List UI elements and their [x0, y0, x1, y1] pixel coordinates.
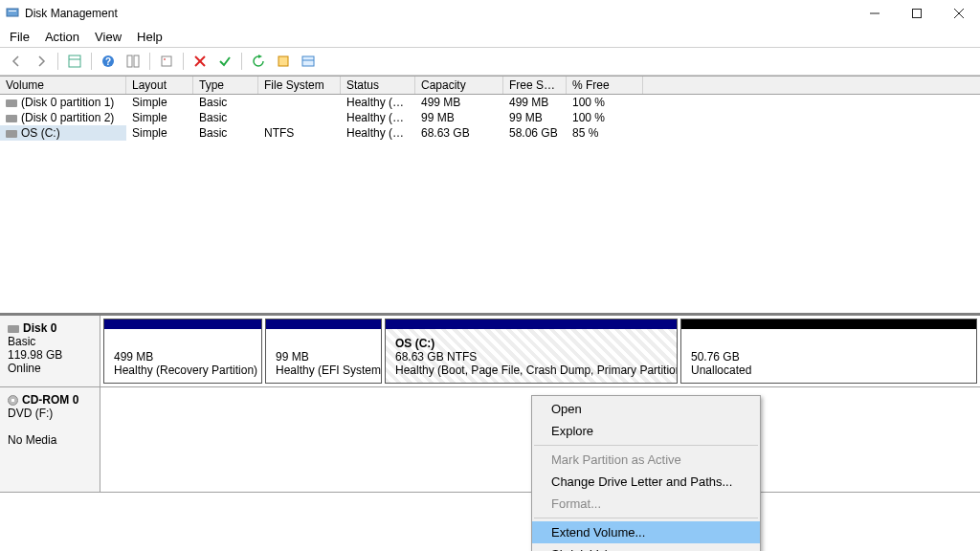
menu-action[interactable]: Action	[45, 30, 79, 44]
refresh-icon[interactable]	[248, 51, 269, 72]
back-icon[interactable]	[6, 51, 27, 72]
forward-icon[interactable]	[31, 51, 52, 72]
partition-recovery[interactable]: 499 MBHealthy (Recovery Partition)	[103, 319, 262, 384]
ctx-format: Format...	[532, 493, 760, 515]
svg-rect-12	[162, 56, 171, 66]
partition-unallocated[interactable]: 50.76 GBUnallocated	[680, 319, 977, 384]
help-icon[interactable]: ?	[98, 51, 119, 72]
volume-row[interactable]: OS (C:) Simple Basic NTFS Healthy (B... …	[0, 125, 980, 141]
toolbar: ?	[0, 48, 980, 76]
disk-label[interactable]: CD-ROM 0 DVD (F:) No Media	[0, 387, 100, 492]
context-menu: Open Explore Mark Partition as Active Ch…	[531, 395, 761, 551]
drive-icon	[6, 115, 17, 122]
svg-text:?: ?	[105, 56, 111, 67]
col-capacity[interactable]: Capacity	[415, 77, 503, 94]
drive-icon	[6, 130, 17, 138]
partition-efi[interactable]: 99 MBHealthy (EFI System P	[265, 319, 382, 384]
title-bar: Disk Management	[0, 0, 980, 27]
volume-row[interactable]: (Disk 0 partition 2) Simple Basic Health…	[0, 110, 980, 125]
partition-os[interactable]: OS (C:)68.63 GB NTFSHealthy (Boot, Page …	[385, 319, 678, 384]
svg-rect-3	[913, 10, 922, 18]
disk-graphical-view: Disk 0 Basic 119.98 GB Online 499 MBHeal…	[0, 313, 980, 493]
properties-icon[interactable]	[156, 51, 177, 72]
ctx-open[interactable]: Open	[532, 398, 760, 420]
drive-icon	[6, 99, 17, 107]
svg-rect-11	[134, 55, 139, 67]
col-volume[interactable]: Volume	[0, 77, 126, 94]
disk-row: CD-ROM 0 DVD (F:) No Media	[0, 387, 980, 493]
svg-rect-10	[127, 55, 132, 67]
disk-label[interactable]: Disk 0 Basic 119.98 GB Online	[0, 316, 100, 386]
partition-bar	[681, 320, 976, 329]
partition-bar	[104, 320, 261, 329]
toolbar-separator	[57, 53, 58, 70]
window-title: Disk Management	[25, 7, 118, 20]
show-hide-icon[interactable]	[64, 51, 85, 72]
layout-icon[interactable]	[122, 51, 144, 72]
maximize-button[interactable]	[896, 0, 938, 27]
ctx-separator	[534, 445, 758, 446]
toolbar-separator	[149, 53, 150, 70]
menu-help[interactable]: Help	[137, 30, 163, 44]
svg-rect-1	[9, 11, 16, 11]
ctx-shrink-volume[interactable]: Shrink Volume...	[532, 543, 760, 551]
svg-rect-0	[7, 9, 18, 16]
volume-list-header: Volume Layout Type File System Status Ca…	[0, 76, 980, 95]
col-percent[interactable]: % Free	[567, 77, 643, 94]
app-icon	[6, 6, 19, 22]
toolbar-separator	[183, 53, 184, 70]
cd-icon	[8, 395, 18, 406]
col-status[interactable]: Status	[341, 77, 415, 94]
ctx-mark-active: Mark Partition as Active	[532, 449, 760, 471]
disk-row: Disk 0 Basic 119.98 GB Online 499 MBHeal…	[0, 316, 980, 387]
minimize-button[interactable]	[854, 0, 896, 27]
action-icon[interactable]	[273, 51, 294, 72]
toolbar-separator	[91, 53, 92, 70]
list-icon[interactable]	[298, 51, 319, 72]
col-layout[interactable]: Layout	[126, 77, 193, 94]
menu-view[interactable]: View	[95, 30, 122, 44]
svg-rect-16	[278, 56, 288, 66]
volume-list: (Disk 0 partition 1) Simple Basic Health…	[0, 95, 980, 313]
ctx-change-letter[interactable]: Change Drive Letter and Paths...	[532, 471, 760, 493]
svg-rect-6	[69, 55, 80, 67]
col-type[interactable]: Type	[193, 77, 258, 94]
delete-icon[interactable]	[189, 51, 211, 72]
col-free[interactable]: Free Spa...	[503, 77, 567, 94]
menu-bar: File Action View Help	[0, 27, 980, 48]
menu-file[interactable]: File	[10, 30, 30, 44]
partition-bar	[386, 320, 677, 329]
partition-bar	[266, 320, 381, 329]
col-filesystem[interactable]: File System	[258, 77, 341, 94]
svg-rect-17	[302, 56, 314, 66]
toolbar-separator	[241, 53, 242, 70]
svg-point-13	[164, 58, 166, 60]
check-icon[interactable]	[214, 51, 235, 72]
ctx-separator	[534, 518, 758, 518]
volume-row[interactable]: (Disk 0 partition 1) Simple Basic Health…	[0, 95, 980, 110]
ctx-explore[interactable]: Explore	[532, 420, 760, 442]
drive-icon	[8, 325, 19, 333]
ctx-extend-volume[interactable]: Extend Volume...	[532, 521, 760, 543]
close-button[interactable]	[938, 0, 980, 27]
